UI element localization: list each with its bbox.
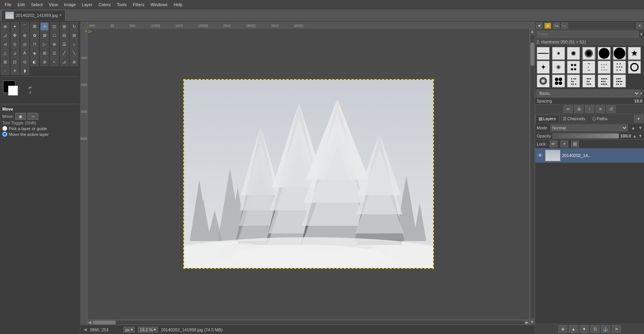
- tool-r3-3[interactable]: ◎: [21, 40, 29, 48]
- canvas-scroll[interactable]: ▷: [87, 28, 529, 319]
- brush-delete-btn[interactable]: ✕: [596, 105, 605, 113]
- move-btn-1[interactable]: ▣: [15, 113, 26, 120]
- hscroll-thumb[interactable]: [93, 321, 116, 324]
- hscroll-left-arrow[interactable]: ◀: [87, 320, 92, 324]
- tool-r5-3[interactable]: ⊙: [21, 58, 29, 66]
- brush-item-scatter3[interactable]: ✦ ✦✦✦✦✦ ✦: [613, 61, 626, 74]
- panel-btn-color[interactable]: ■: [544, 23, 551, 29]
- tool-r4-5[interactable]: ⊞: [40, 49, 49, 57]
- tool-rotate[interactable]: ↻: [70, 22, 78, 31]
- menu-help[interactable]: Help: [171, 2, 186, 8]
- brush-item-ring2[interactable]: [537, 74, 550, 88]
- brush-item-hard-xlg[interactable]: [613, 47, 626, 60]
- layers-mode-select[interactable]: Normal: [550, 124, 628, 131]
- tool-r3-4[interactable]: ⊓: [30, 40, 39, 48]
- status-zoom-selector[interactable]: 18.2 % ▾: [138, 327, 158, 332]
- brush-filter-input[interactable]: [537, 31, 639, 38]
- layers-options-btn[interactable]: ▾: [634, 115, 643, 122]
- tool-r3-7[interactable]: ☰: [60, 40, 69, 48]
- layers-lower-btn[interactable]: ▼: [580, 325, 589, 333]
- layers-add-btn[interactable]: ⊕: [558, 325, 567, 333]
- tool-something7[interactable]: ⊟: [60, 31, 69, 40]
- tool-r4-8[interactable]: ╲: [70, 49, 78, 57]
- layers-lock-pixels-btn[interactable]: ✏: [550, 141, 557, 147]
- menu-select[interactable]: Select: [28, 2, 46, 8]
- menu-view[interactable]: View: [46, 2, 61, 8]
- move-btn-2[interactable]: ⊸: [28, 113, 38, 120]
- layer-visibility-toggle-0[interactable]: 👁: [537, 152, 544, 159]
- brush-item-hard-lg[interactable]: [598, 47, 611, 60]
- tool-r5-5[interactable]: ⊚: [40, 58, 49, 66]
- brush-item-splat3[interactable]: ✸✸✸✸: [567, 61, 580, 74]
- tab-close-button[interactable]: ×: [59, 13, 62, 18]
- move-layer-option[interactable]: Move the active layer: [2, 132, 78, 137]
- layers-mode-up-arrow[interactable]: ▲: [631, 126, 635, 130]
- brush-export-btn[interactable]: ↑: [585, 105, 594, 113]
- reset-colors-icon[interactable]: ↺: [28, 91, 31, 95]
- tool-paint[interactable]: ✦: [11, 22, 19, 31]
- vscroll-up-arrow[interactable]: ▲: [531, 28, 534, 34]
- tool-move[interactable]: ✛: [40, 22, 49, 31]
- menu-image[interactable]: Image: [61, 2, 79, 8]
- brush-item-scatter1[interactable]: •• • ••: [582, 61, 595, 74]
- brush-item-cluster2[interactable]: ●●● ●●●●●: [582, 74, 595, 88]
- layer-row-0[interactable]: 👁 20140202_14...: [535, 149, 644, 163]
- tab-channels[interactable]: ☰ Channels: [559, 115, 588, 123]
- vscroll-thumb[interactable]: [531, 43, 534, 66]
- tool-lasso[interactable]: ⌒: [21, 22, 29, 31]
- hscroll-track[interactable]: [93, 321, 524, 324]
- brush-item-scatter2[interactable]: + + ++ ++ + +: [598, 61, 611, 74]
- tool-new[interactable]: ⊕: [1, 22, 9, 31]
- layers-opacity-up[interactable]: ▲: [632, 134, 637, 138]
- panel-btn-aa[interactable]: Aa: [553, 23, 560, 29]
- brush-item-star[interactable]: ★: [628, 47, 641, 60]
- tool-r5-8[interactable]: ⊛: [70, 58, 78, 66]
- menu-edit[interactable]: Edit: [15, 2, 28, 8]
- tool-r3-8[interactable]: ⌂: [70, 40, 78, 48]
- brush-duplicate-btn[interactable]: ⊕: [574, 105, 583, 113]
- layers-opacity-slider[interactable]: [552, 133, 619, 139]
- tab-layers[interactable]: ▤ Layers: [535, 115, 559, 123]
- brush-item-soft-md[interactable]: [582, 47, 595, 60]
- tool-r3-6[interactable]: ⊕: [50, 40, 59, 48]
- tool-r4-4[interactable]: ◈: [30, 49, 39, 57]
- tool-something8[interactable]: ⊞: [70, 31, 78, 40]
- tool-something5[interactable]: ⊠: [40, 31, 49, 40]
- vscroll-track[interactable]: [531, 35, 534, 318]
- brush-item-cluster4[interactable]: ●●● ●●●●●● ●: [613, 74, 626, 88]
- brush-item-dot-sm[interactable]: [552, 47, 565, 60]
- layers-anchor-btn[interactable]: ⚓: [601, 325, 610, 333]
- brush-item-ring1[interactable]: [628, 61, 641, 74]
- tool-something1[interactable]: ⊿: [1, 31, 9, 40]
- brush-item-splat1[interactable]: ✦: [537, 61, 550, 74]
- vscroll-down-arrow[interactable]: ▼: [531, 319, 534, 325]
- pick-layer-option[interactable]: Pick a layer or guide: [2, 126, 78, 131]
- brush-refresh-btn[interactable]: ↺: [606, 105, 616, 113]
- image-tab[interactable]: 20140202_141959.jpg ×: [2, 10, 66, 21]
- tool-something3[interactable]: ⊛: [21, 31, 29, 40]
- swap-colors-icon[interactable]: ⇄: [28, 86, 31, 90]
- tool-something6[interactable]: ☖: [50, 31, 59, 40]
- panel-btn-dash[interactable]: —: [561, 23, 568, 29]
- tab-paths[interactable]: ⬡ Paths: [589, 115, 611, 123]
- layers-lock-add-btn[interactable]: +: [560, 141, 568, 147]
- layers-menu-btn[interactable]: ▾: [633, 114, 644, 123]
- tool-r5-2[interactable]: ⊡: [11, 58, 19, 66]
- status-px-selector[interactable]: px ▾: [123, 327, 135, 332]
- tool-r3-1[interactable]: ⊲: [1, 40, 9, 48]
- canvas-image[interactable]: [184, 80, 433, 268]
- layers-mode-down-arrow[interactable]: ▼: [638, 126, 642, 130]
- brush-item-line[interactable]: [537, 47, 550, 60]
- menu-filters[interactable]: Filters: [130, 2, 148, 8]
- layers-lock-channels-btn[interactable]: ⊞: [571, 141, 579, 147]
- layers-raise-btn[interactable]: ▲: [569, 325, 578, 333]
- tool-r3-2[interactable]: ⊙: [11, 40, 19, 48]
- tool-align[interactable]: ⊡: [50, 22, 59, 31]
- tool-r6-2[interactable]: ✳: [11, 66, 19, 75]
- layers-delete-btn[interactable]: ✕: [612, 325, 621, 333]
- tool-r3-5[interactable]: ▷: [40, 40, 49, 48]
- tool-crop[interactable]: ⊞: [60, 22, 69, 31]
- panel-btn-minimize[interactable]: ■: [536, 23, 543, 29]
- layers-duplicate-btn[interactable]: ⊡: [590, 325, 600, 333]
- statusbar-left-icon[interactable]: ◀: [84, 327, 87, 332]
